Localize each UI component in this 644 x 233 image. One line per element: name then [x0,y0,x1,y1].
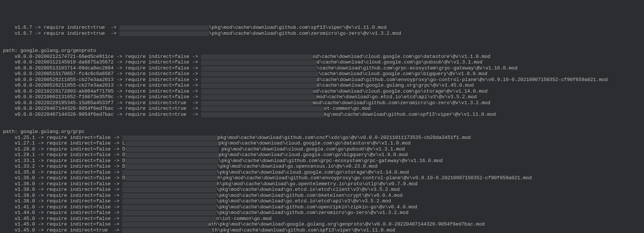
redacted-segment [119,25,209,30]
output-line [3,117,641,123]
redacted-segment [122,228,212,233]
output-line: v1.38.0 -> require indirect=false -> \pk… [3,193,641,199]
redacted-segment [122,136,218,140]
output-line: v0.0.0-20200526211855-cb27e3aa2013 -> re… [3,83,641,88]
redacted-segment [201,83,317,88]
path-header: path: google.golang.org/grpc [3,129,641,135]
output-line: v0.0.0-20200312145019-da6875a35672 -> re… [3,59,641,65]
output-line: v0.0.0-20210602131652-f16073e35f0c -> re… [3,94,641,100]
redacted-segment [122,187,216,192]
output-line: v1.33.2 -> require indirect=false -> D\p… [3,164,641,170]
output-line: v0.0.0-20210226172003-ab064af71705 -> re… [3,88,641,94]
redacted-segment [125,153,219,158]
output-line: v1.33.1 -> require indirect=false -> D\p… [3,158,641,164]
output-line: v1.6.7 -> require indirect=true -> \pkg\… [3,31,641,37]
redacted-segment [122,199,216,204]
output-line [3,36,641,42]
redacted-segment [201,89,313,94]
output-line: v0.0.0-20220407144326-9054f6ed7bac -> re… [3,106,641,112]
redacted-segment [125,141,219,146]
redacted-segment [125,164,218,169]
output-line: v0.0.0-20220228195345-15d65a4533f7 -> re… [3,100,641,106]
output-line: v1.41.0 -> require indirect=false -> \pk… [3,204,641,210]
redacted-segment [201,101,313,106]
output-line: v0.0.0-20200212174721-66ed5ce911ce -> re… [3,54,641,60]
redacted-segment [119,31,209,36]
redacted-segment [201,78,317,83]
path-header: path: google.golang.org/genproto [3,48,641,54]
redacted-segment [125,176,218,181]
output-line: v0.0.0-20220407144326-9054f6ed7bac -> re… [3,112,641,118]
redacted-segment [122,222,208,227]
output-line: v1.6.7 -> require indirect=true -> \pkg\… [3,25,641,31]
output-line: v1.36.0 -> require indirect=false -> h\p… [3,181,641,187]
redacted-segment [122,205,216,210]
redacted-segment [201,95,317,100]
redacted-segment [201,66,317,71]
redacted-segment [201,55,313,59]
redacted-segment [122,182,217,187]
output-line: v0.0.0-20200515170657-fc4c6c6a6587 -> re… [3,71,641,77]
output-line: v1.38.0 -> require indirect=false -> \pk… [3,187,641,193]
redacted-segment [122,211,216,215]
output-line: v1.36.0 -> require indirect=false -> Dh\… [3,175,641,181]
output-line: v1.28.0 -> require indirect=false -> D p… [3,146,641,152]
redacted-segment [122,217,216,221]
redacted-segment [125,159,219,164]
terminal-output[interactable]: v1.6.7 -> require indirect=true -> \pkg\… [3,23,641,233]
output-line: v0.0.0-20200513103714-09dca8ec2884 -> re… [3,65,641,71]
output-line: v1.35.0 -> require indirect=false -> \pk… [3,170,641,175]
output-line: v1.44.0 -> require indirect=false -> \pk… [3,210,641,216]
redacted-segment [201,60,317,65]
redacted-segment [201,72,319,77]
output-line: v0.0.0-20200526211855-cb27e3aa2013 -> re… [3,77,641,83]
output-line: v1.45.0 -> require indirect=false -> n\i… [3,216,641,222]
output-line [3,42,641,48]
output-line: v1.45.0 -> require indirect=false -> ath… [3,221,641,227]
redacted-segment [122,193,216,198]
redacted-segment [125,147,219,152]
redacted-segment [201,106,324,111]
output-line: v1.29.1 -> require indirect=false -> Dpk… [3,152,641,158]
output-line: v1.27.1 -> require indirect=false -> Lpk… [3,140,641,146]
redacted-segment [122,170,217,175]
output-line: v1.45.0 -> require indirect=true -> th\p… [3,227,641,233]
output-line: v1.38.0 -> require indirect=false -> \pk… [3,198,641,204]
output-line: v1.25.1 -> require indirect=false -> pkg… [3,135,641,141]
output-line [3,123,641,129]
redacted-segment [201,112,324,117]
